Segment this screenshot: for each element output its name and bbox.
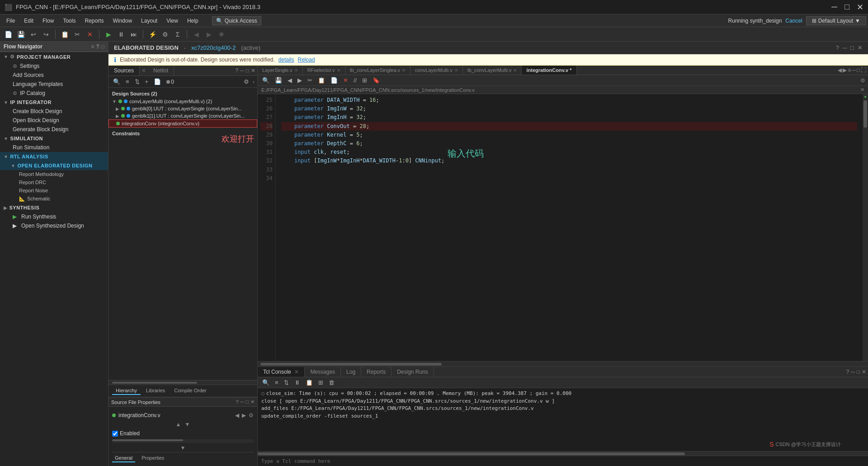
tab-minimize[interactable]: ─ [852,67,856,73]
code-scroll-area[interactable]: 25 26 27 28 29 30 31 32 33 34 [258,94,863,361]
tcl-pause-btn[interactable]: ⏸ [292,378,302,387]
ed-paste-btn[interactable]: 📄 [329,76,340,85]
src-search-btn[interactable]: 🔍 [111,77,122,86]
nav-settings[interactable]: ⚙ Settings [0,62,108,71]
ip-integrator-header[interactable]: ▼ IP INTEGRATOR [0,98,108,107]
nav-ip-catalog[interactable]: ⚙ IP Catalog [0,89,108,98]
scroll-up[interactable]: ▲ [176,421,181,428]
menu-window[interactable]: Window [108,17,137,25]
reload-link[interactable]: Reload [298,57,315,63]
h-scrollbar-editor[interactable] [258,361,868,366]
tab-rfSelector-close[interactable]: ✕ [337,68,340,73]
default-layout-button[interactable]: ⊞ Default Layout ▼ [806,16,866,25]
ed-settings-icon[interactable]: ⚙ [860,77,865,84]
rtl-header[interactable]: ▼ RTL ANALYSIS [0,152,108,161]
tab-rfSelector[interactable]: RFselector.v ✕ [303,66,345,75]
tab-hierarchy[interactable]: Hierarchy [112,387,141,395]
toolbar-pause-button[interactable]: ⏸ [116,29,127,40]
nav-schematic[interactable]: 📐Schematic [0,195,108,203]
menu-file[interactable]: File [2,17,19,25]
toolbar-undo-button[interactable]: ↩ [28,29,39,40]
simulation-header[interactable]: ▼ SIMULATION [0,134,108,143]
maximize-icon[interactable]: □ [850,44,854,51]
tab-tb-convLayerMulti[interactable]: tb_convLayerMulti.v ✕ [463,66,522,75]
tree-genblk0[interactable]: ▶ genblk[0].UUT : convLayerSingle (convL… [108,105,257,112]
tcl-copy-btn[interactable]: 📋 [304,378,315,387]
ed-comment-btn[interactable]: // [352,76,359,85]
tcl-grid-btn[interactable]: ⊞ [316,378,325,387]
sources-minimize[interactable]: ─ [240,67,244,74]
tab-messages[interactable]: Messages [305,367,341,377]
bottom-maximize[interactable]: □ [857,369,860,375]
toolbar-program-button[interactable]: ⚡ [147,29,158,40]
tab-properties[interactable]: Properties [139,454,167,462]
tab-general[interactable]: General [112,454,135,462]
nav-run-simulation[interactable]: Run Simulation [0,143,108,152]
tab-convLayerMulti-close[interactable]: ✕ [454,68,458,73]
src-add-btn[interactable]: + [143,77,151,86]
ed-back-btn[interactable]: ◀ [286,76,294,85]
details-link[interactable]: details [278,57,294,63]
toolbar-delete-button[interactable]: ✕ [85,29,95,40]
tab-libraries[interactable]: Libraries [142,387,169,395]
tab-netlist[interactable]: Netlist [148,66,174,76]
bottom-close[interactable]: ✕ [862,369,866,375]
tree-genblk1[interactable]: ▶ genblk1[1].UUT : convLayerSingle (conv… [108,112,257,119]
bottom-minimize[interactable]: ─ [851,369,855,375]
src-settings-btn[interactable]: ⚙ [242,77,251,86]
tab-fullscreen[interactable]: ⛶ [861,67,866,73]
props-help[interactable]: ? [236,399,238,405]
close-icon[interactable]: ✕ [858,44,863,51]
sources-maximize[interactable]: □ [246,67,249,74]
toolbar-cut-button[interactable]: ✂ [72,29,83,40]
props-close[interactable]: ✕ [250,399,255,405]
open-elab-header[interactable]: ▼ Open Elaborated Design [0,161,108,170]
tcl-search-btn[interactable]: 🔍 [260,378,271,387]
toolbar-copy-button[interactable]: 📋 [59,29,70,40]
scroll-down[interactable]: ▼ [185,421,190,428]
tab-list[interactable]: ≡ [848,67,851,73]
tcl-filter-btn[interactable]: ≡ [273,378,280,387]
tab-tb-singlea-close[interactable]: ✕ [402,68,406,73]
tab-maximize[interactable]: □ [857,67,860,73]
toolbar-settings-button[interactable]: ⚙ [160,29,170,40]
src-filter-btn[interactable]: ≡ [124,77,131,86]
nav-language-templates[interactable]: Language Templates [0,80,108,89]
props-back[interactable]: ◀ [235,412,239,418]
tree-integrationConv[interactable]: integrationConv (integrationConv.v) [108,119,257,128]
window-controls[interactable]: ─ □ ✕ [831,2,863,12]
sources-close[interactable]: ✕ [251,67,255,74]
nav-report-noise[interactable]: Report Noise [0,186,108,195]
tab-tb-multi-close[interactable]: ✕ [513,68,517,73]
tree-convLayerMulti[interactable]: ▼ convLayerMulti (convLayerMulti.v) (2) [108,98,257,105]
ed-forward-btn[interactable]: ▶ [296,76,304,85]
tcl-tab-close[interactable]: ✕ [294,369,299,375]
tab-tcl-console[interactable]: Tcl Console ✕ [258,367,305,377]
minimize-button[interactable]: ─ [831,2,837,12]
flow-nav-pin[interactable]: ≡ [91,43,94,50]
synthesis-header[interactable]: ▶ SYNTHESIS [0,203,108,212]
enabled-checkbox[interactable] [112,431,118,437]
toolbar-run-button[interactable]: ▶ [103,29,114,40]
tab-tb-convLayerSinglea[interactable]: tb_convLayerSinglea.v ✕ [345,66,410,75]
toolbar-new-button[interactable]: 📄 [3,29,14,40]
tcl-h-scroll[interactable] [258,451,868,456]
flow-nav-minimize[interactable]: ? [96,43,99,50]
cancel-button[interactable]: Cancel [785,18,802,24]
tab-log[interactable]: Log [341,367,361,377]
props-forward[interactable]: ▶ [242,412,246,418]
tab-next[interactable]: ▶ [843,67,847,73]
menu-tools[interactable]: Tools [58,17,80,25]
tab-compile-order[interactable]: Compile Order [170,387,210,395]
nav-report-methodology[interactable]: Report Methodology [0,170,108,178]
ed-bookmark-btn[interactable]: 🔖 [371,76,382,85]
ed-table-btn[interactable]: ⊞ [360,76,369,85]
h-scroll[interactable] [108,380,257,385]
tcl-clear-btn[interactable]: 🗑 [327,378,336,387]
menu-flow[interactable]: Flow [38,17,58,25]
code-lines[interactable]: parameter DATA_WIDTH = 16; parameter Img… [276,94,863,361]
help-icon[interactable]: ? [836,44,839,51]
tab-prev[interactable]: ◀ [838,67,842,73]
tab-convLayerMulti[interactable]: convLayerMulti.v ✕ [410,66,463,75]
toolbar-sigma-button[interactable]: Σ [172,29,183,40]
